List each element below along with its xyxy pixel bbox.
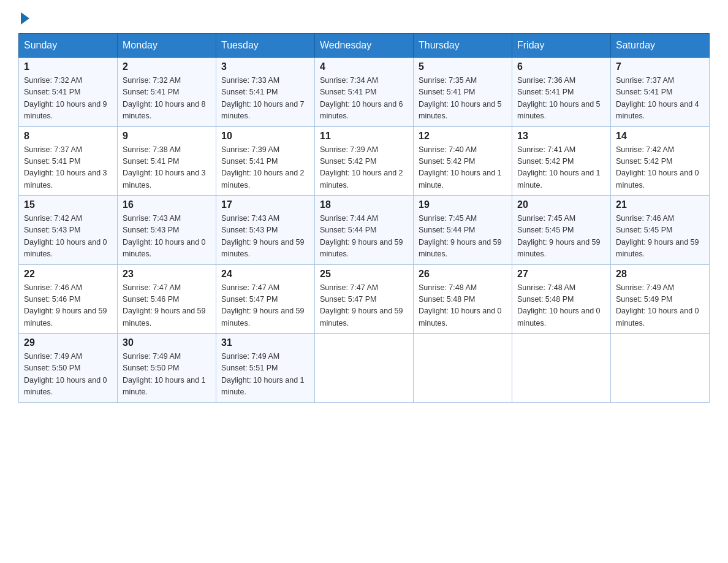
page-header [18, 12, 710, 21]
calendar-cell: 17 Sunrise: 7:43 AM Sunset: 5:43 PM Dayl… [216, 196, 315, 265]
week-row-3: 15 Sunrise: 7:42 AM Sunset: 5:43 PM Dayl… [19, 196, 710, 265]
day-info: Sunrise: 7:45 AM Sunset: 5:45 PM Dayligh… [517, 213, 605, 261]
day-info: Sunrise: 7:45 AM Sunset: 5:44 PM Dayligh… [419, 213, 507, 261]
day-number: 25 [320, 269, 408, 280]
day-info: Sunrise: 7:48 AM Sunset: 5:48 PM Dayligh… [517, 282, 605, 330]
day-number: 28 [616, 269, 704, 280]
logo-general [18, 12, 29, 25]
day-number: 27 [517, 269, 605, 280]
calendar-cell: 28 Sunrise: 7:49 AM Sunset: 5:49 PM Dayl… [611, 264, 710, 334]
day-number: 1 [24, 61, 112, 72]
calendar-cell [315, 334, 414, 403]
calendar-cell: 26 Sunrise: 7:48 AM Sunset: 5:48 PM Dayl… [414, 264, 512, 334]
calendar-cell: 8 Sunrise: 7:37 AM Sunset: 5:41 PM Dayli… [19, 126, 118, 196]
day-info: Sunrise: 7:46 AM Sunset: 5:46 PM Dayligh… [24, 282, 112, 330]
calendar-cell: 30 Sunrise: 7:49 AM Sunset: 5:50 PM Dayl… [118, 334, 216, 403]
day-number: 18 [320, 199, 408, 210]
calendar-cell: 15 Sunrise: 7:42 AM Sunset: 5:43 PM Dayl… [19, 196, 118, 265]
day-info: Sunrise: 7:39 AM Sunset: 5:42 PM Dayligh… [320, 144, 408, 192]
day-number: 15 [24, 199, 112, 210]
day-info: Sunrise: 7:32 AM Sunset: 5:41 PM Dayligh… [24, 75, 112, 123]
day-info: Sunrise: 7:42 AM Sunset: 5:42 PM Dayligh… [616, 144, 704, 192]
day-number: 5 [419, 61, 507, 72]
day-info: Sunrise: 7:47 AM Sunset: 5:46 PM Dayligh… [123, 282, 211, 330]
day-number: 23 [123, 269, 211, 280]
day-number: 21 [616, 199, 704, 210]
day-number: 19 [419, 199, 507, 210]
day-number: 17 [221, 199, 309, 210]
header-wednesday: Wednesday [315, 34, 414, 58]
calendar-cell [512, 334, 611, 403]
calendar-cell: 6 Sunrise: 7:36 AM Sunset: 5:41 PM Dayli… [512, 58, 611, 127]
week-row-4: 22 Sunrise: 7:46 AM Sunset: 5:46 PM Dayl… [19, 264, 710, 334]
day-info: Sunrise: 7:47 AM Sunset: 5:47 PM Dayligh… [221, 282, 309, 330]
day-number: 14 [616, 131, 704, 142]
day-number: 16 [123, 199, 211, 210]
day-info: Sunrise: 7:49 AM Sunset: 5:49 PM Dayligh… [616, 282, 704, 330]
day-number: 2 [123, 61, 211, 72]
calendar-cell [414, 334, 512, 403]
day-number: 3 [221, 61, 309, 72]
calendar-table: SundayMondayTuesdayWednesdayThursdayFrid… [18, 33, 710, 403]
calendar-cell: 25 Sunrise: 7:47 AM Sunset: 5:47 PM Dayl… [315, 264, 414, 334]
day-number: 26 [419, 269, 507, 280]
day-info: Sunrise: 7:37 AM Sunset: 5:41 PM Dayligh… [616, 75, 704, 123]
logo [18, 12, 29, 21]
calendar-cell: 4 Sunrise: 7:34 AM Sunset: 5:41 PM Dayli… [315, 58, 414, 127]
calendar-cell: 16 Sunrise: 7:43 AM Sunset: 5:43 PM Dayl… [118, 196, 216, 265]
day-info: Sunrise: 7:49 AM Sunset: 5:51 PM Dayligh… [221, 351, 309, 399]
header-tuesday: Tuesday [216, 34, 315, 58]
header-monday: Monday [118, 34, 216, 58]
day-info: Sunrise: 7:43 AM Sunset: 5:43 PM Dayligh… [123, 213, 211, 261]
calendar-cell: 18 Sunrise: 7:44 AM Sunset: 5:44 PM Dayl… [315, 196, 414, 265]
day-number: 13 [517, 131, 605, 142]
calendar-cell: 13 Sunrise: 7:41 AM Sunset: 5:42 PM Dayl… [512, 126, 611, 196]
day-number: 9 [123, 131, 211, 142]
day-info: Sunrise: 7:42 AM Sunset: 5:43 PM Dayligh… [24, 213, 112, 261]
day-info: Sunrise: 7:49 AM Sunset: 5:50 PM Dayligh… [24, 351, 112, 399]
day-info: Sunrise: 7:48 AM Sunset: 5:48 PM Dayligh… [419, 282, 507, 330]
calendar-cell: 10 Sunrise: 7:39 AM Sunset: 5:41 PM Dayl… [216, 126, 315, 196]
day-number: 10 [221, 131, 309, 142]
calendar-cell: 9 Sunrise: 7:38 AM Sunset: 5:41 PM Dayli… [118, 126, 216, 196]
day-number: 30 [123, 337, 211, 348]
day-number: 24 [221, 269, 309, 280]
day-info: Sunrise: 7:46 AM Sunset: 5:45 PM Dayligh… [616, 213, 704, 261]
calendar-cell: 19 Sunrise: 7:45 AM Sunset: 5:44 PM Dayl… [414, 196, 512, 265]
calendar-cell [611, 334, 710, 403]
week-row-1: 1 Sunrise: 7:32 AM Sunset: 5:41 PM Dayli… [19, 58, 710, 127]
day-info: Sunrise: 7:44 AM Sunset: 5:44 PM Dayligh… [320, 213, 408, 261]
day-info: Sunrise: 7:32 AM Sunset: 5:41 PM Dayligh… [123, 75, 211, 123]
days-header-row: SundayMondayTuesdayWednesdayThursdayFrid… [19, 34, 710, 58]
calendar-cell: 11 Sunrise: 7:39 AM Sunset: 5:42 PM Dayl… [315, 126, 414, 196]
day-info: Sunrise: 7:36 AM Sunset: 5:41 PM Dayligh… [517, 75, 605, 123]
calendar-cell: 21 Sunrise: 7:46 AM Sunset: 5:45 PM Dayl… [611, 196, 710, 265]
calendar-cell: 22 Sunrise: 7:46 AM Sunset: 5:46 PM Dayl… [19, 264, 118, 334]
calendar-cell: 31 Sunrise: 7:49 AM Sunset: 5:51 PM Dayl… [216, 334, 315, 403]
day-info: Sunrise: 7:49 AM Sunset: 5:50 PM Dayligh… [123, 351, 211, 399]
day-info: Sunrise: 7:39 AM Sunset: 5:41 PM Dayligh… [221, 144, 309, 192]
header-thursday: Thursday [414, 34, 512, 58]
day-number: 31 [221, 337, 309, 348]
calendar-cell: 1 Sunrise: 7:32 AM Sunset: 5:41 PM Dayli… [19, 58, 118, 127]
day-number: 12 [419, 131, 507, 142]
day-info: Sunrise: 7:38 AM Sunset: 5:41 PM Dayligh… [123, 144, 211, 192]
day-info: Sunrise: 7:43 AM Sunset: 5:43 PM Dayligh… [221, 213, 309, 261]
calendar-cell: 24 Sunrise: 7:47 AM Sunset: 5:47 PM Dayl… [216, 264, 315, 334]
calendar-cell: 20 Sunrise: 7:45 AM Sunset: 5:45 PM Dayl… [512, 196, 611, 265]
day-info: Sunrise: 7:35 AM Sunset: 5:41 PM Dayligh… [419, 75, 507, 123]
day-number: 8 [24, 131, 112, 142]
day-number: 6 [517, 61, 605, 72]
day-info: Sunrise: 7:41 AM Sunset: 5:42 PM Dayligh… [517, 144, 605, 192]
day-number: 29 [24, 337, 112, 348]
calendar-cell: 14 Sunrise: 7:42 AM Sunset: 5:42 PM Dayl… [611, 126, 710, 196]
day-number: 20 [517, 199, 605, 210]
logo-arrow-icon [21, 12, 29, 25]
day-info: Sunrise: 7:40 AM Sunset: 5:42 PM Dayligh… [419, 144, 507, 192]
day-number: 11 [320, 131, 408, 142]
calendar-cell: 7 Sunrise: 7:37 AM Sunset: 5:41 PM Dayli… [611, 58, 710, 127]
day-number: 7 [616, 61, 704, 72]
calendar-cell: 23 Sunrise: 7:47 AM Sunset: 5:46 PM Dayl… [118, 264, 216, 334]
day-info: Sunrise: 7:34 AM Sunset: 5:41 PM Dayligh… [320, 75, 408, 123]
day-info: Sunrise: 7:37 AM Sunset: 5:41 PM Dayligh… [24, 144, 112, 192]
